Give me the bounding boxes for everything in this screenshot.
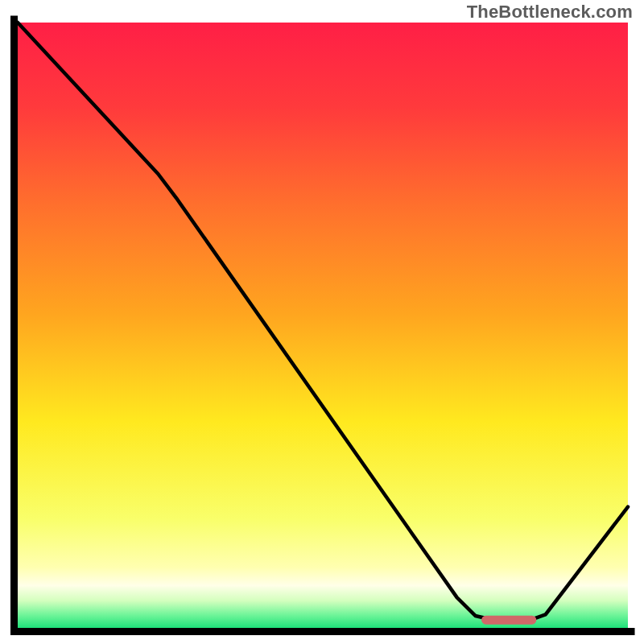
gradient-background bbox=[18, 23, 628, 628]
optimal-range-marker bbox=[481, 616, 536, 625]
watermark-text: TheBottleneck.com bbox=[467, 2, 633, 23]
bottleneck-chart bbox=[0, 0, 644, 644]
chart-container: TheBottleneck.com bbox=[0, 0, 644, 644]
